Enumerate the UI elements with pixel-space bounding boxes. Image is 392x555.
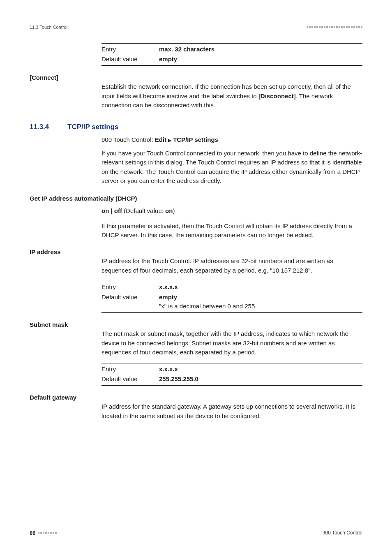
subnet-table: Entry x.x.x.x Default value 255.255.255.… [101,363,362,386]
gateway-body: IP address for the standard gateway. A g… [101,402,362,421]
section-number: 11.3.4 [30,122,59,132]
chevron-right-icon: ▶ [168,137,171,144]
dhcp-opts-d: ) [173,207,175,214]
crumb-edit: Edit [155,136,166,143]
dhcp-opts-c: on [165,207,173,214]
crumb-tcpip: TCP/IP settings [173,136,218,143]
entry-table-1: Entry max. 32 characters Default value e… [101,43,362,66]
connect-heading: [Connect] [30,73,101,83]
dhcp-opts-b: (Default value: [122,207,165,214]
ip-default-value: empty [159,293,362,302]
ip-entry-label: Entry [101,282,159,292]
ip-table: Entry x.x.x.x Default value empty "x" is… [101,281,362,313]
subnet-heading: Subnet mask [30,320,101,330]
connect-body: Establish the network connection. If the… [101,82,362,110]
footer-product: 900 Touch Control [323,529,362,536]
crumb-prefix: 900 Touch Control: [101,136,155,143]
ip-default-note: "x" is a decimal between 0 and 255. [159,302,362,311]
entry-label: Entry [101,45,159,54]
default-value: empty [159,55,362,64]
footer-decoration [38,532,57,534]
page-number: 86 [30,529,35,537]
ip-heading: IP address [30,247,101,257]
subnet-entry-value: x.x.x.x [159,365,362,374]
subnet-default-label: Default value [101,375,159,384]
gateway-heading: Default gateway [30,393,101,402]
header-decoration [307,26,362,28]
disconnect-label: [Disconnect] [258,92,296,99]
section-breadcrumb: 900 Touch Control: Edit▶TCP/IP settings [101,135,362,145]
subnet-default-value: 255.255.255.0 [159,375,362,384]
subnet-entry-label: Entry [101,365,159,374]
ip-entry-value: x.x.x.x [159,282,362,292]
default-label: Default value [101,55,159,64]
entry-value: max. 32 characters [159,45,362,54]
ip-default-label: Default value [101,293,159,311]
dhcp-opts-a: on | off [101,207,122,214]
dhcp-options: on | off (Default value: on) [101,206,362,216]
section-intro: If you have your Touch Control connected… [101,149,362,186]
ip-body: IP address for the Touch Control. IP add… [101,257,362,275]
dhcp-heading: Get IP address automatically (DHCP) [30,194,362,204]
header-breadcrumb: 11.3 Touch Control [30,24,67,31]
section-title: TCP/IP settings [67,122,118,132]
dhcp-body: If this parameter is activated, then the… [101,222,362,240]
subnet-body: The net mask or subnet mask, together wi… [101,329,362,357]
